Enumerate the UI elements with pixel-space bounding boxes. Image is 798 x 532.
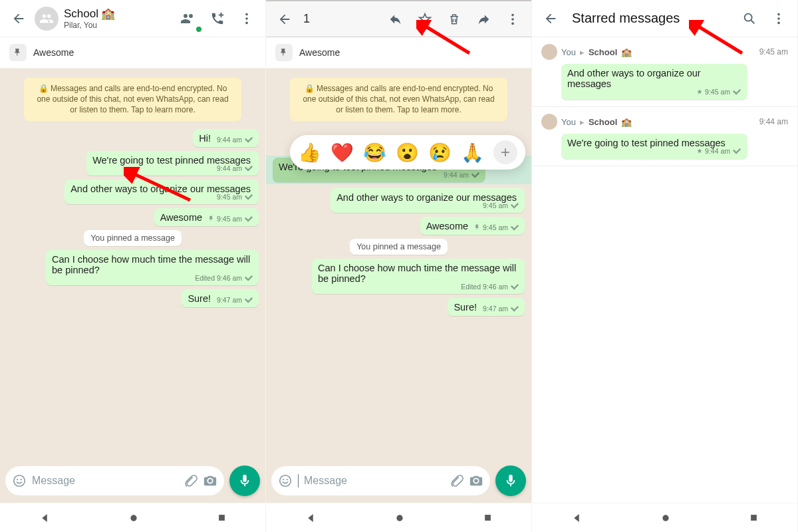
message-bubble[interactable]: We're going to test pinned messages 9:44… bbox=[86, 151, 259, 176]
nav-back-icon[interactable] bbox=[39, 512, 51, 524]
nav-home-icon[interactable] bbox=[660, 513, 671, 523]
nav-recent-icon[interactable] bbox=[749, 513, 759, 523]
starred-list[interactable]: You ▸ School 🏫 9:45 am And other ways to… bbox=[532, 37, 797, 503]
pinned-message-bar[interactable]: Awesome bbox=[266, 37, 531, 68]
chat-title-block[interactable]: School 🏫 Pilar, You bbox=[64, 7, 172, 30]
message-input[interactable]: Message bbox=[5, 466, 224, 495]
nav-back-icon[interactable] bbox=[571, 512, 583, 524]
sent-check-icon bbox=[510, 224, 519, 231]
more-button[interactable] bbox=[765, 5, 792, 32]
svg-point-10 bbox=[511, 18, 514, 21]
nav-home-icon[interactable] bbox=[394, 513, 405, 523]
group-icon bbox=[39, 11, 54, 26]
group-name: School bbox=[64, 7, 98, 21]
more-vert-icon bbox=[771, 11, 786, 26]
group-emoji: 🏫 bbox=[101, 7, 115, 21]
nav-recent-icon[interactable] bbox=[217, 513, 227, 523]
sent-check-icon bbox=[732, 88, 741, 95]
pin-icon-box bbox=[9, 44, 27, 61]
message-bubble[interactable]: And other ways to organize our messages … bbox=[331, 188, 525, 213]
message-bubble[interactable]: Sure! 9:47 am bbox=[448, 298, 525, 316]
svg-point-5 bbox=[17, 479, 18, 480]
starred-bubble[interactable]: We're going to test pinned messages 9:44… bbox=[561, 134, 747, 159]
star-button[interactable] bbox=[412, 6, 438, 33]
back-button[interactable] bbox=[5, 5, 32, 32]
nav-back-icon[interactable] bbox=[305, 512, 317, 524]
video-group-icon bbox=[180, 11, 196, 27]
mic-button[interactable] bbox=[495, 466, 526, 496]
chat-area-2[interactable]: 🔒 Messages and calls are end-to-end encr… bbox=[266, 68, 531, 460]
reply-button[interactable] bbox=[382, 6, 409, 33]
system-message: You pinned a message bbox=[350, 239, 448, 255]
back-button[interactable] bbox=[537, 5, 564, 32]
reaction-pray[interactable]: 🙏 bbox=[461, 142, 484, 164]
emoji-icon[interactable] bbox=[12, 473, 27, 488]
star-outline-icon bbox=[418, 12, 432, 27]
reaction-wow[interactable]: 😮 bbox=[396, 142, 419, 164]
sent-check-icon bbox=[244, 165, 253, 172]
sent-check-icon bbox=[510, 202, 519, 209]
call-button[interactable] bbox=[204, 5, 231, 32]
nav-home-icon[interactable] bbox=[128, 513, 139, 523]
phone-plus-icon bbox=[210, 11, 225, 26]
starred-item[interactable]: You ▸ School 🏫 9:44 am We're going to te… bbox=[532, 107, 797, 166]
svg-point-16 bbox=[396, 515, 402, 521]
message-input-bar: Message bbox=[0, 460, 265, 503]
sender-avatar bbox=[541, 44, 557, 60]
svg-point-11 bbox=[511, 22, 514, 25]
group-avatar[interactable] bbox=[35, 7, 59, 31]
reaction-laugh[interactable]: 😂 bbox=[363, 142, 386, 164]
svg-point-15 bbox=[287, 479, 288, 480]
message-input[interactable]: Message bbox=[271, 466, 490, 495]
breadcrumb-arrow-icon: ▸ bbox=[580, 47, 585, 57]
pinned-message-bar[interactable]: Awesome bbox=[0, 37, 265, 68]
delete-button[interactable] bbox=[441, 6, 467, 33]
sent-check-icon bbox=[244, 275, 253, 281]
chat-area-1[interactable]: 🔒 Messages and calls are end-to-end encr… bbox=[0, 68, 265, 460]
arrow-left-icon bbox=[277, 12, 292, 27]
more-button[interactable] bbox=[499, 6, 526, 33]
message-bubble[interactable]: Sure! 9:47 am bbox=[182, 289, 259, 307]
starred-bubble[interactable]: And other ways to organize our messages … bbox=[561, 64, 747, 100]
star-small-icon bbox=[696, 148, 703, 154]
mic-button[interactable] bbox=[229, 466, 260, 496]
search-button[interactable] bbox=[736, 5, 763, 32]
forward-button[interactable] bbox=[470, 6, 497, 33]
attach-icon[interactable] bbox=[183, 473, 198, 488]
arrow-left-icon bbox=[543, 11, 558, 26]
starred-item[interactable]: You ▸ School 🏫 9:45 am And other ways to… bbox=[532, 37, 797, 107]
nav-recent-icon[interactable] bbox=[483, 513, 493, 523]
arrow-left-icon bbox=[11, 11, 26, 26]
trash-icon bbox=[448, 12, 461, 27]
reaction-heart[interactable]: ❤️ bbox=[331, 142, 354, 164]
forward-icon bbox=[476, 12, 491, 27]
message-bubble[interactable]: And other ways to organize our messages … bbox=[65, 180, 259, 204]
svg-point-1 bbox=[245, 17, 248, 20]
selection-count: 1 bbox=[303, 12, 380, 26]
message-bubble[interactable]: Awesome 9:45 am bbox=[154, 208, 259, 226]
more-vert-icon bbox=[505, 12, 520, 27]
reaction-more[interactable]: + bbox=[493, 140, 517, 164]
sent-check-icon bbox=[244, 136, 253, 143]
encryption-notice[interactable]: 🔒 Messages and calls are end-to-end encr… bbox=[290, 78, 507, 121]
reaction-thumbsup[interactable]: 👍 bbox=[298, 142, 321, 164]
camera-icon[interactable] bbox=[469, 473, 483, 488]
message-bubble[interactable]: Can I choose how much time the message w… bbox=[312, 259, 525, 294]
message-bubble[interactable]: Hi! 9:44 am bbox=[193, 129, 259, 147]
chat-panel-selection: 1 Awesome 🔒 Messages and calls are end-t… bbox=[266, 0, 532, 532]
reaction-sad[interactable]: 😢 bbox=[428, 142, 452, 164]
emoji-icon[interactable] bbox=[278, 473, 293, 488]
reaction-picker[interactable]: 👍 ❤️ 😂 😮 😢 🙏 + bbox=[290, 135, 525, 170]
encryption-notice[interactable]: 🔒 Messages and calls are end-to-end encr… bbox=[24, 78, 241, 121]
sent-check-icon bbox=[510, 283, 519, 290]
more-button[interactable] bbox=[233, 5, 260, 32]
video-call-button[interactable] bbox=[175, 5, 201, 32]
message-bubble[interactable]: Can I choose how much time the message w… bbox=[46, 250, 259, 285]
system-message: You pinned a message bbox=[84, 230, 182, 246]
message-bubble[interactable]: Awesome 9:45 am bbox=[420, 217, 525, 235]
camera-icon[interactable] bbox=[203, 473, 217, 488]
breadcrumb-arrow-icon: ▸ bbox=[580, 117, 585, 127]
svg-point-9 bbox=[511, 13, 514, 16]
back-button[interactable] bbox=[271, 6, 298, 33]
attach-icon[interactable] bbox=[449, 473, 464, 488]
